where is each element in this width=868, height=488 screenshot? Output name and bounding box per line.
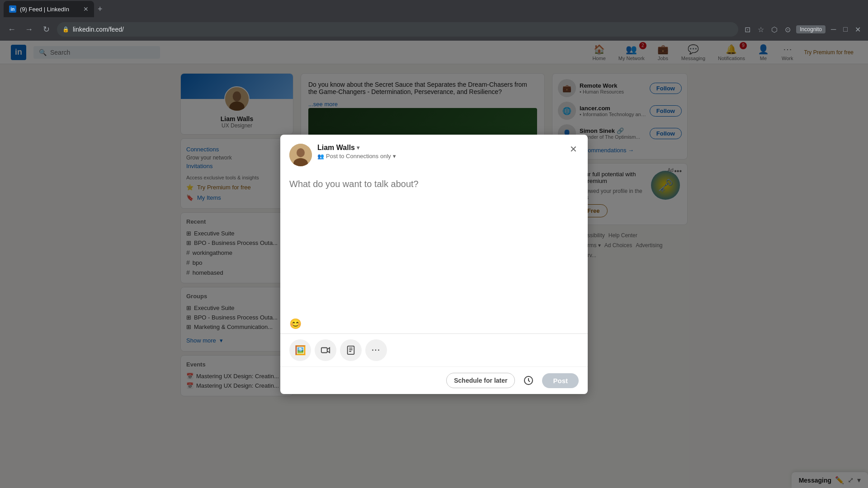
modal-audience-selector[interactable]: 👥 Post to Connections only ▾ xyxy=(317,153,579,160)
tab-close-button[interactable]: ✕ xyxy=(83,5,89,13)
url-text: linkedin.com/feed/ xyxy=(73,26,124,33)
svg-rect-8 xyxy=(321,348,327,353)
add-video-button[interactable] xyxy=(315,339,336,361)
more-options-button[interactable]: ··· xyxy=(365,339,387,361)
incognito-badge: Incognito xyxy=(796,25,826,33)
modal-body xyxy=(280,172,588,314)
new-tab-button[interactable]: + xyxy=(94,3,106,16)
modal-close-button[interactable]: ✕ xyxy=(566,142,580,156)
close-icon: ✕ xyxy=(570,144,577,155)
browser-actions: ⊡ ☆ ⬡ ⊙ Incognito ─ □ ✕ xyxy=(743,23,863,36)
clock-button[interactable] xyxy=(520,372,537,389)
post-button[interactable]: Post xyxy=(542,373,579,388)
browser-controls: ← → ↻ 🔒 linkedin.com/feed/ ⊡ ☆ ⬡ ⊙ Incog… xyxy=(0,18,868,41)
schedule-later-button[interactable]: Schedule for later xyxy=(446,373,515,388)
refresh-button[interactable]: ↻ xyxy=(40,23,52,36)
username-dropdown-icon: ▾ xyxy=(357,145,359,151)
modal-footer: Schedule for later Post xyxy=(280,366,588,394)
bookmark-icon[interactable]: ☆ xyxy=(756,23,766,36)
post-text-input[interactable] xyxy=(289,179,579,305)
audience-chevron-icon: ▾ xyxy=(393,153,396,160)
minimize-icon[interactable]: ─ xyxy=(829,23,838,35)
tab-title: (9) Feed | LinkedIn xyxy=(20,6,69,13)
modal-user-info: Liam Walls ▾ 👥 Post to Connections only … xyxy=(317,144,579,160)
add-document-button[interactable] xyxy=(340,339,362,361)
add-photo-button[interactable]: 🖼️ xyxy=(289,339,311,361)
tab-favicon: in xyxy=(9,5,16,13)
modal-tools: 🖼️ ··· xyxy=(280,333,588,366)
modal-emoji-section: 😊 xyxy=(280,314,588,333)
audience-label: Post to Connections only xyxy=(326,153,391,160)
browser-chrome: in (9) Feed | LinkedIn ✕ + ← → ↻ 🔒 linke… xyxy=(0,0,868,41)
modal-overlay[interactable]: Liam Walls ▾ 👥 Post to Connections only … xyxy=(0,41,868,488)
active-tab[interactable]: in (9) Feed | LinkedIn ✕ xyxy=(4,1,94,17)
tab-bar: in (9) Feed | LinkedIn ✕ + xyxy=(0,0,868,18)
modal-user-avatar xyxy=(289,144,312,166)
maximize-icon[interactable]: □ xyxy=(841,23,849,35)
modal-header: Liam Walls ▾ 👥 Post to Connections only … xyxy=(280,135,588,172)
emoji-button[interactable]: 😊 xyxy=(289,318,302,329)
security-icon: 🔒 xyxy=(62,26,69,33)
close-window-icon[interactable]: ✕ xyxy=(853,23,863,36)
profile-circle-icon[interactable]: ⊙ xyxy=(783,23,793,36)
page-background: in 🔍 Search 🏠 Home 👥 2 My Network 💼 Jobs… xyxy=(0,41,868,488)
cast-icon[interactable]: ⊡ xyxy=(743,23,752,36)
address-bar[interactable]: 🔒 linkedin.com/feed/ xyxy=(57,22,738,37)
svg-point-6 xyxy=(297,148,305,157)
audience-icon: 👥 xyxy=(317,153,324,160)
back-button[interactable]: ← xyxy=(5,23,18,36)
forward-button[interactable]: → xyxy=(23,23,35,36)
post-modal: Liam Walls ▾ 👥 Post to Connections only … xyxy=(280,135,588,394)
modal-username[interactable]: Liam Walls ▾ xyxy=(317,144,579,152)
extension-icon[interactable]: ⬡ xyxy=(769,23,779,36)
